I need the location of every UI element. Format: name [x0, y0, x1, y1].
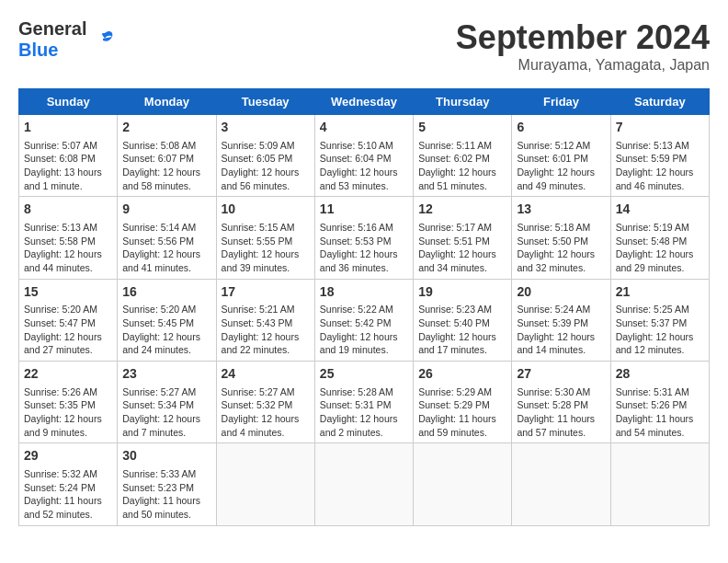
day-info: Sunrise: 5:28 AM Sunset: 5:31 PM Dayligh… — [320, 385, 408, 440]
calendar-cell — [610, 443, 709, 525]
day-number: 30 — [122, 447, 210, 465]
calendar-cell — [512, 443, 610, 525]
day-number: 1 — [24, 119, 112, 137]
day-number: 9 — [122, 201, 210, 219]
day-number: 24 — [222, 365, 310, 384]
calendar-cell: 1Sunrise: 5:07 AM Sunset: 6:08 PM Daylig… — [19, 115, 118, 197]
header-sunday: Sunday — [19, 89, 118, 115]
calendar-cell: 5Sunrise: 5:11 AM Sunset: 6:02 PM Daylig… — [414, 115, 512, 197]
logo: General Blue — [18, 18, 116, 61]
day-number: 8 — [24, 201, 112, 219]
day-info: Sunrise: 5:24 AM Sunset: 5:39 PM Dayligh… — [517, 303, 605, 357]
calendar-cell: 2Sunrise: 5:08 AM Sunset: 6:07 PM Daylig… — [118, 115, 216, 197]
day-number: 2 — [122, 119, 210, 137]
day-number: 12 — [418, 201, 506, 219]
header-friday: Friday — [512, 89, 610, 115]
calendar-cell: 30Sunrise: 5:33 AM Sunset: 5:23 PM Dayli… — [118, 443, 216, 525]
calendar-cell: 3Sunrise: 5:09 AM Sunset: 6:05 PM Daylig… — [216, 115, 314, 197]
day-info: Sunrise: 5:11 AM Sunset: 6:02 PM Dayligh… — [418, 139, 506, 193]
calendar-cell — [414, 443, 512, 525]
day-number: 4 — [320, 119, 408, 137]
calendar-week-row: 15Sunrise: 5:20 AM Sunset: 5:47 PM Dayli… — [19, 279, 710, 361]
page-header: General Blue September 2024 Murayama, Ya… — [18, 18, 710, 74]
calendar-cell: 24Sunrise: 5:27 AM Sunset: 5:32 PM Dayli… — [216, 362, 314, 443]
header-thursday: Thursday — [414, 89, 512, 115]
header-tuesday: Tuesday — [216, 89, 314, 115]
calendar-cell: 28Sunrise: 5:31 AM Sunset: 5:26 PM Dayli… — [610, 362, 709, 443]
day-number: 22 — [24, 365, 112, 384]
month-title: September 2024 — [456, 18, 710, 57]
day-info: Sunrise: 5:33 AM Sunset: 5:23 PM Dayligh… — [122, 467, 210, 522]
day-info: Sunrise: 5:10 AM Sunset: 6:04 PM Dayligh… — [320, 139, 408, 193]
header-wednesday: Wednesday — [314, 89, 413, 115]
calendar-cell — [314, 443, 413, 525]
calendar-cell: 10Sunrise: 5:15 AM Sunset: 5:55 PM Dayli… — [216, 197, 314, 279]
header-monday: Monday — [118, 89, 216, 115]
calendar-cell: 6Sunrise: 5:12 AM Sunset: 6:01 PM Daylig… — [512, 115, 610, 197]
calendar-week-row: 8Sunrise: 5:13 AM Sunset: 5:58 PM Daylig… — [19, 197, 710, 279]
calendar-cell: 21Sunrise: 5:25 AM Sunset: 5:37 PM Dayli… — [610, 279, 709, 361]
calendar-cell: 27Sunrise: 5:30 AM Sunset: 5:28 PM Dayli… — [512, 362, 610, 443]
calendar-cell: 16Sunrise: 5:20 AM Sunset: 5:45 PM Dayli… — [118, 279, 216, 361]
calendar-cell: 29Sunrise: 5:32 AM Sunset: 5:24 PM Dayli… — [19, 443, 118, 525]
logo-bird-icon — [88, 26, 116, 53]
calendar-cell: 8Sunrise: 5:13 AM Sunset: 5:58 PM Daylig… — [19, 197, 118, 279]
day-number: 16 — [122, 283, 210, 302]
title-area: September 2024 Murayama, Yamagata, Japan — [456, 18, 710, 74]
day-info: Sunrise: 5:31 AM Sunset: 5:26 PM Dayligh… — [616, 385, 704, 440]
logo-text: General Blue — [18, 18, 86, 61]
calendar-cell: 9Sunrise: 5:14 AM Sunset: 5:56 PM Daylig… — [118, 197, 216, 279]
day-number: 6 — [517, 119, 605, 137]
day-info: Sunrise: 5:09 AM Sunset: 6:05 PM Dayligh… — [222, 139, 310, 193]
day-info: Sunrise: 5:26 AM Sunset: 5:35 PM Dayligh… — [24, 385, 112, 440]
day-number: 18 — [320, 283, 408, 302]
day-number: 13 — [517, 201, 605, 219]
day-info: Sunrise: 5:07 AM Sunset: 6:08 PM Dayligh… — [24, 139, 112, 193]
header-saturday: Saturday — [610, 89, 709, 115]
day-number: 15 — [24, 283, 112, 302]
day-info: Sunrise: 5:30 AM Sunset: 5:28 PM Dayligh… — [517, 385, 605, 440]
day-number: 19 — [418, 283, 506, 302]
day-number: 14 — [616, 201, 704, 219]
calendar-week-row: 1Sunrise: 5:07 AM Sunset: 6:08 PM Daylig… — [19, 115, 710, 197]
day-info: Sunrise: 5:13 AM Sunset: 5:59 PM Dayligh… — [616, 139, 704, 193]
calendar-table: Sunday Monday Tuesday Wednesday Thursday… — [18, 88, 710, 526]
day-info: Sunrise: 5:13 AM Sunset: 5:58 PM Dayligh… — [24, 221, 112, 275]
day-info: Sunrise: 5:27 AM Sunset: 5:32 PM Dayligh… — [222, 385, 310, 440]
calendar-cell: 13Sunrise: 5:18 AM Sunset: 5:50 PM Dayli… — [512, 197, 610, 279]
calendar-cell: 23Sunrise: 5:27 AM Sunset: 5:34 PM Dayli… — [118, 362, 216, 443]
day-info: Sunrise: 5:18 AM Sunset: 5:50 PM Dayligh… — [517, 221, 605, 275]
day-info: Sunrise: 5:22 AM Sunset: 5:42 PM Dayligh… — [320, 303, 408, 357]
day-number: 25 — [320, 365, 408, 384]
day-info: Sunrise: 5:23 AM Sunset: 5:40 PM Dayligh… — [418, 303, 506, 357]
day-number: 26 — [418, 365, 506, 384]
day-info: Sunrise: 5:14 AM Sunset: 5:56 PM Dayligh… — [122, 221, 210, 275]
day-info: Sunrise: 5:17 AM Sunset: 5:51 PM Dayligh… — [418, 221, 506, 275]
days-header-row: Sunday Monday Tuesday Wednesday Thursday… — [19, 89, 710, 115]
day-info: Sunrise: 5:15 AM Sunset: 5:55 PM Dayligh… — [222, 221, 310, 275]
calendar-cell: 18Sunrise: 5:22 AM Sunset: 5:42 PM Dayli… — [314, 279, 413, 361]
calendar-cell: 26Sunrise: 5:29 AM Sunset: 5:29 PM Dayli… — [414, 362, 512, 443]
calendar-cell: 19Sunrise: 5:23 AM Sunset: 5:40 PM Dayli… — [414, 279, 512, 361]
day-number: 27 — [517, 365, 605, 384]
calendar-cell: 15Sunrise: 5:20 AM Sunset: 5:47 PM Dayli… — [19, 279, 118, 361]
day-number: 10 — [222, 201, 310, 219]
day-info: Sunrise: 5:16 AM Sunset: 5:53 PM Dayligh… — [320, 221, 408, 275]
calendar-cell: 4Sunrise: 5:10 AM Sunset: 6:04 PM Daylig… — [314, 115, 413, 197]
calendar-cell: 7Sunrise: 5:13 AM Sunset: 5:59 PM Daylig… — [610, 115, 709, 197]
calendar-cell: 11Sunrise: 5:16 AM Sunset: 5:53 PM Dayli… — [314, 197, 413, 279]
day-info: Sunrise: 5:12 AM Sunset: 6:01 PM Dayligh… — [517, 139, 605, 193]
day-number: 3 — [222, 119, 310, 137]
location: Murayama, Yamagata, Japan — [456, 57, 710, 74]
day-info: Sunrise: 5:20 AM Sunset: 5:47 PM Dayligh… — [24, 303, 112, 357]
day-number: 7 — [616, 119, 704, 137]
calendar-cell: 17Sunrise: 5:21 AM Sunset: 5:43 PM Dayli… — [216, 279, 314, 361]
day-number: 29 — [24, 447, 112, 465]
day-info: Sunrise: 5:21 AM Sunset: 5:43 PM Dayligh… — [222, 303, 310, 357]
day-number: 23 — [122, 365, 210, 384]
day-info: Sunrise: 5:27 AM Sunset: 5:34 PM Dayligh… — [122, 385, 210, 440]
calendar-week-row: 29Sunrise: 5:32 AM Sunset: 5:24 PM Dayli… — [19, 443, 710, 525]
day-number: 28 — [616, 365, 704, 384]
calendar-cell: 14Sunrise: 5:19 AM Sunset: 5:48 PM Dayli… — [610, 197, 709, 279]
day-info: Sunrise: 5:32 AM Sunset: 5:24 PM Dayligh… — [24, 467, 112, 522]
